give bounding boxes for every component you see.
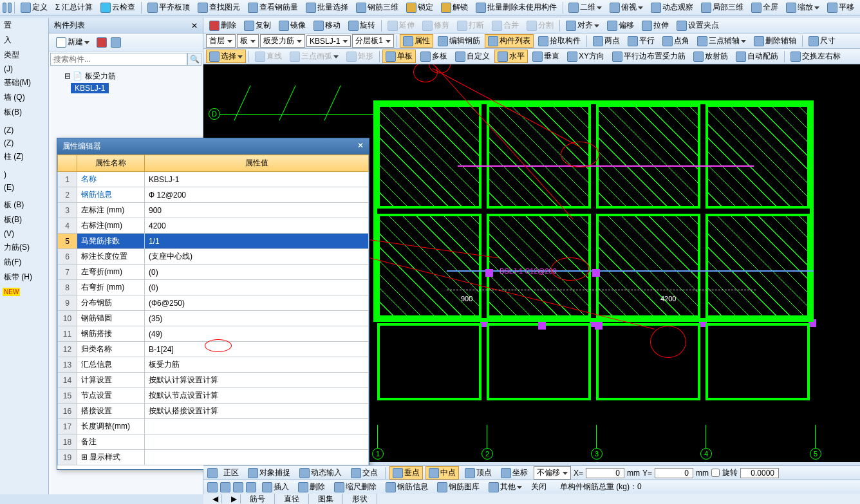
close-button[interactable]: 关闭 [528, 480, 550, 494]
perspective-button[interactable]: 俯视 [606, 1, 646, 14]
fullscreen-button[interactable]: 全屏 [748, 1, 781, 14]
size-button[interactable]: 尺寸 [805, 34, 839, 48]
extend-button[interactable]: 延伸 [384, 19, 418, 32]
grip-button[interactable]: 设置夹点 [673, 19, 722, 32]
property-row[interactable]: 9分布钢筋(Ф6@250) [58, 295, 369, 311]
property-row[interactable]: 10钢筋锚固(35) [58, 311, 369, 326]
property-row[interactable]: 7左弯折(mm)(0) [58, 265, 369, 280]
dynamic-view-button[interactable]: 动态观察 [648, 1, 696, 14]
property-row[interactable]: 5马凳筋排数1/1 [58, 234, 369, 249]
rebar-info-button[interactable]: 钢筋信息 [382, 480, 431, 494]
property-row[interactable]: 1名称KBSLJ-1 [58, 172, 369, 187]
perp-button[interactable]: 垂点 [389, 466, 423, 480]
nav-first-icon[interactable] [207, 482, 218, 492]
radial-button[interactable]: 放射筋 [690, 50, 731, 63]
scale-del-button[interactable]: 缩尺删除 [331, 480, 380, 494]
zoom-button[interactable]: 缩放 [783, 1, 823, 14]
category-item[interactable]: 板带 (H) [0, 270, 48, 285]
batch-delete-button[interactable]: 批量删除未使用构件 [472, 1, 560, 14]
property-row[interactable]: 16搭接设置按默认搭接设置计算 [58, 404, 369, 419]
mirror-button[interactable]: 镜像 [276, 19, 309, 32]
cloud-check-button[interactable]: 云检查 [97, 1, 138, 14]
category-item[interactable]: 类型 [0, 48, 48, 62]
dialog-close-icon[interactable]: ✕ [357, 141, 364, 152]
category-item[interactable]: 墙 (Q) [0, 90, 48, 105]
redo-label[interactable]: 正区 [220, 466, 242, 480]
three-aux-button[interactable]: 三点辅轴 [694, 34, 749, 48]
pan-button[interactable]: 平移 [824, 1, 857, 14]
rebar-3d-button[interactable]: 钢筋三维 [353, 1, 402, 14]
rotate-value[interactable]: 0.0000 [740, 468, 779, 478]
y-coord[interactable]: 0 [655, 468, 693, 478]
category-item[interactable]: 板 (B) [0, 198, 48, 212]
property-row[interactable]: 8右弯折 (mm)(0) [58, 280, 369, 295]
component-combo[interactable]: 板 [237, 34, 259, 48]
delete2-button[interactable]: 删除 [295, 480, 328, 494]
local-3d-button[interactable]: 局部三维 [698, 1, 747, 14]
point-angle-button[interactable]: 点角 [659, 34, 693, 48]
grip-handle[interactable] [538, 322, 546, 330]
dialog-title-bar[interactable]: 属性编辑器 ✕ [57, 138, 369, 154]
undo-icon[interactable] [3, 3, 6, 13]
rebar-lib-button[interactable]: 钢筋图库 [434, 480, 483, 494]
category-item[interactable]: 筋(F) [0, 255, 48, 270]
slab-cell[interactable] [487, 323, 591, 400]
copy-button[interactable]: 复制 [241, 19, 274, 32]
property-row[interactable]: 3左标注 (mm)900 [58, 203, 369, 218]
slab-cell[interactable] [377, 323, 481, 400]
delete-button[interactable]: 删除 [206, 19, 239, 32]
delete-aux-button[interactable]: 删除辅轴 [751, 34, 799, 48]
other-button[interactable]: 其他 [485, 480, 525, 494]
panel-close-icon[interactable]: ✕ [191, 21, 198, 30]
parallel-button[interactable]: 平行 [624, 34, 658, 48]
category-item[interactable]: (J) [0, 62, 48, 75]
parallel-rebar-button[interactable]: 平行边布置受力筋 [609, 50, 689, 63]
2d-button[interactable]: 二维 [565, 1, 605, 14]
nav-prev-icon[interactable] [220, 482, 230, 492]
swap-button[interactable]: 交换左右标 [787, 50, 844, 63]
grip-handle[interactable] [595, 322, 603, 330]
vertical-button[interactable]: 垂直 [529, 50, 563, 63]
new-component-button[interactable]: 新建 [53, 35, 93, 49]
rotate-button[interactable]: 旋转 [345, 19, 379, 32]
nav-next-icon[interactable] [233, 482, 243, 492]
tree-item-kbslj1[interactable]: KBSLJ-1 [71, 83, 109, 93]
tab-2[interactable]: 直径 [275, 494, 309, 505]
redo-icon[interactable] [8, 3, 12, 13]
property-row[interactable]: 13汇总信息板受力筋 [58, 357, 369, 373]
undo2-icon[interactable] [207, 468, 218, 478]
category-item[interactable]: 置 [0, 18, 48, 33]
grip-handle[interactable] [485, 269, 493, 277]
member-combo[interactable]: KBSLJ-1 [306, 35, 351, 47]
dyninput-button[interactable]: 动态输入 [296, 466, 345, 480]
property-row[interactable]: 6标注长度位置(支座中心线) [58, 249, 369, 265]
search-input[interactable] [50, 53, 187, 66]
category-item[interactable]: 基础(M) [0, 75, 48, 90]
xy-button[interactable]: XY方向 [564, 50, 608, 63]
top-button[interactable]: 顶点 [462, 466, 495, 480]
coord-button[interactable]: 坐标 [498, 466, 531, 480]
property-row[interactable]: 14计算设置按默认计算设置计算 [58, 373, 369, 388]
rebar-type-combo[interactable]: 板受力筋 [260, 34, 305, 48]
property-row[interactable]: 18备注 [58, 434, 369, 450]
category-item[interactable]: 力筋(S) [0, 240, 48, 255]
category-item[interactable]: (Z) [0, 136, 48, 149]
property-row[interactable]: 17长度调整(mm) [58, 419, 369, 434]
unlock-button[interactable]: 解锁 [438, 1, 471, 14]
category-item[interactable]: 板(B) [0, 105, 48, 120]
rotate-checkbox[interactable] [711, 469, 720, 477]
cross-button[interactable]: 交点 [348, 466, 381, 480]
line-button[interactable]: 直线 [252, 50, 285, 63]
tree-root[interactable]: ⊟ 📄 板受力筋 [53, 70, 199, 83]
layer-combo[interactable]: 分层板1 [352, 34, 394, 48]
find-element-button[interactable]: 查找图元 [194, 1, 243, 14]
category-item[interactable]: ) [0, 168, 48, 181]
nav-last-icon[interactable] [246, 482, 256, 492]
edit-rebar-button[interactable]: 编辑钢筋 [435, 34, 483, 48]
delete-icon[interactable] [97, 37, 107, 48]
grip-handle[interactable] [592, 269, 600, 277]
auto-rebar-button[interactable]: 自动配筋 [733, 50, 781, 63]
floor-combo[interactable]: 首层 [206, 34, 236, 48]
search-button[interactable]: 🔍 [187, 53, 201, 66]
category-item[interactable]: (V) [0, 227, 48, 240]
